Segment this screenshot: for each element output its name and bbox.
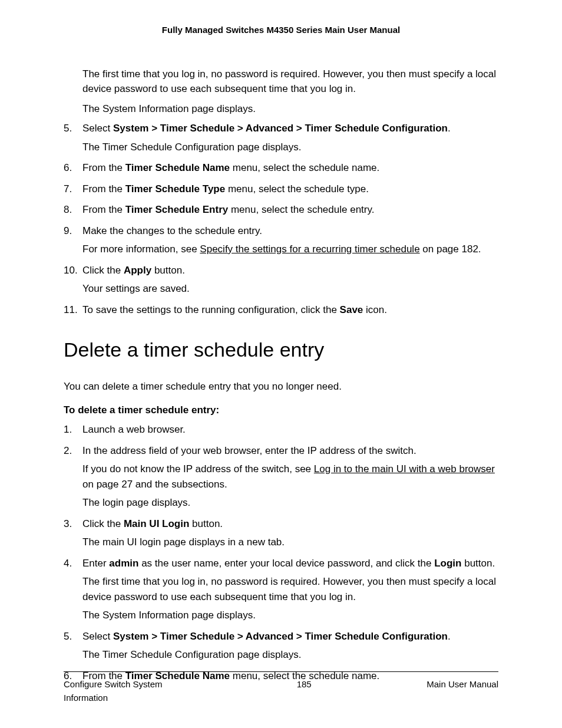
step-sub: The System Information page displays. <box>82 608 498 623</box>
body-paragraph: The first time that you log in, no passw… <box>82 67 498 97</box>
step-item: 5. Select System > Timer Schedule > Adva… <box>64 121 498 154</box>
step-sub: The Timer Schedule Configuration page di… <box>82 140 498 155</box>
footer-page-number: 185 <box>297 678 312 704</box>
step-text: Make the changes to the schedule entry. <box>82 225 262 236</box>
step-number: 3. <box>64 516 72 532</box>
step-item: 10. Click the Apply button. Your setting… <box>64 263 498 297</box>
step-item: 2. In the address field of your web brow… <box>64 443 498 510</box>
step-text: Enter admin as the user name, enter your… <box>82 558 495 569</box>
step-item: 4. Enter admin as the user name, enter y… <box>64 556 498 623</box>
page-header: Fully Managed Switches M4350 Series Main… <box>64 24 498 37</box>
page-footer: Configure Switch System Information 185 … <box>64 671 498 704</box>
step-number: 7. <box>64 182 72 197</box>
step-text: In the address field of your web browser… <box>82 445 416 456</box>
body-paragraph: The System Information page displays. <box>82 101 498 117</box>
step-item: 5. Select System > Timer Schedule > Adva… <box>64 629 498 663</box>
step-item: 11. To save the settings to the running … <box>64 302 498 318</box>
step-item: 9. Make the changes to the schedule entr… <box>64 223 498 257</box>
step-text: Launch a web browser. <box>82 424 186 435</box>
step-number: 11. <box>64 302 78 318</box>
step-text: From the Timer Schedule Entry menu, sele… <box>82 204 374 215</box>
step-sub: Your settings are saved. <box>82 281 498 297</box>
step-item: 1. Launch a web browser. <box>64 422 498 437</box>
step-number: 1. <box>64 422 72 437</box>
step-number: 6. <box>64 160 72 176</box>
section-intro: You can delete a timer schedule entry th… <box>64 379 498 394</box>
step-item: 6. From the Timer Schedule Name menu, se… <box>64 160 498 176</box>
section-heading: Delete a timer schedule entry <box>64 335 498 365</box>
cross-reference-link[interactable]: Log in to the main UI with a web browser <box>314 463 495 475</box>
step-sub: The first time that you log in, no passw… <box>82 574 498 604</box>
footer-right: Main User Manual <box>427 678 498 704</box>
footer-left: Configure Switch System Information <box>64 678 181 704</box>
step-item: 3. Click the Main UI Login button. The m… <box>64 516 498 550</box>
step-number: 9. <box>64 223 72 239</box>
step-text: Select System > Timer Schedule > Advance… <box>82 631 451 642</box>
step-item: 7. From the Timer Schedule Type menu, se… <box>64 182 498 197</box>
step-item: 8. From the Timer Schedule Entry menu, s… <box>64 202 498 218</box>
step-number: 5. <box>64 121 72 136</box>
step-number: 5. <box>64 629 72 644</box>
procedure-title: To delete a timer schedule entry: <box>64 403 498 418</box>
step-number: 4. <box>64 556 72 571</box>
step-sub: The main UI login page displays in a new… <box>82 535 498 550</box>
step-number: 8. <box>64 202 72 218</box>
step-sub: For more information, see Specify the se… <box>82 242 498 257</box>
step-text: Click the Main UI Login button. <box>82 518 223 529</box>
step-text: From the Timer Schedule Type menu, selec… <box>82 183 369 195</box>
step-sub: The Timer Schedule Configuration page di… <box>82 647 498 663</box>
step-text: From the Timer Schedule Name menu, selec… <box>82 162 379 173</box>
step-text: To save the settings to the running conf… <box>82 304 387 315</box>
step-number: 10. <box>64 263 78 278</box>
cross-reference-link[interactable]: Specify the settings for a recurring tim… <box>200 243 419 255</box>
step-text: Select System > Timer Schedule > Advance… <box>82 123 451 134</box>
step-sub: If you do not know the IP address of the… <box>82 462 498 492</box>
step-text: Click the Apply button. <box>82 265 185 276</box>
step-sub: The login page displays. <box>82 495 498 510</box>
step-number: 2. <box>64 443 72 459</box>
